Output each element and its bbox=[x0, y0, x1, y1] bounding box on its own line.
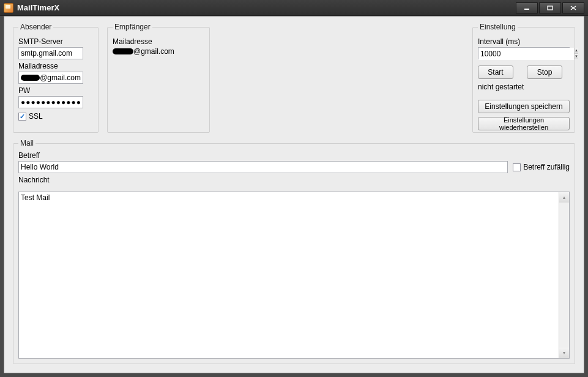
ssl-checkbox-box bbox=[18, 113, 26, 121]
application-window: MailTimerX Absender SMTP-Server Mailadre… bbox=[0, 0, 588, 377]
close-button[interactable] bbox=[562, 2, 584, 13]
titlebar[interactable]: MailTimerX bbox=[0, 0, 588, 16]
random-subject-checkbox-box bbox=[513, 163, 521, 171]
recipient-mail-value: @gmail.com bbox=[113, 47, 204, 56]
password-label: PW bbox=[18, 86, 93, 95]
svg-rect-1 bbox=[548, 6, 553, 10]
group-empfaenger: Empfänger Mailadresse @gmail.com bbox=[107, 23, 210, 133]
sender-mail-redacted bbox=[21, 75, 40, 81]
interval-numeric[interactable]: ▲ ▼ bbox=[478, 47, 570, 59]
password-input[interactable] bbox=[18, 96, 83, 108]
group-empfaenger-legend: Empfänger bbox=[113, 23, 152, 31]
message-textarea[interactable] bbox=[19, 192, 559, 358]
maximize-button[interactable] bbox=[539, 2, 561, 13]
minimize-icon bbox=[524, 6, 530, 10]
ssl-checkbox[interactable]: SSL bbox=[18, 112, 93, 121]
smtp-server-input[interactable] bbox=[18, 47, 83, 59]
stop-button[interactable]: Stop bbox=[527, 65, 562, 79]
save-settings-button[interactable]: Einstellungen speichern bbox=[478, 100, 570, 113]
ssl-checkbox-label: SSL bbox=[29, 112, 43, 121]
smtp-server-label: SMTP-Server bbox=[18, 37, 93, 46]
recipient-mail-redacted bbox=[113, 48, 133, 54]
scroll-down-icon[interactable]: ▾ bbox=[559, 348, 569, 358]
spinner-up-icon[interactable]: ▲ bbox=[575, 48, 578, 54]
app-icon bbox=[4, 3, 13, 13]
window-title: MailTimerX bbox=[17, 3, 59, 12]
subject-input[interactable] bbox=[18, 161, 508, 173]
interval-input[interactable] bbox=[478, 48, 574, 60]
interval-spinner[interactable]: ▲ ▼ bbox=[574, 48, 578, 59]
recipient-mail-label: Mailadresse bbox=[113, 37, 204, 46]
message-textbox[interactable]: ▴ ▾ bbox=[18, 192, 570, 359]
maximize-icon bbox=[547, 6, 553, 10]
scroll-up-icon[interactable]: ▴ bbox=[559, 192, 569, 203]
random-subject-label: Betreff zufällig bbox=[523, 163, 570, 171]
recipient-mail-suffix: @gmail.com bbox=[133, 47, 174, 56]
minimize-button[interactable] bbox=[516, 2, 538, 13]
group-mail-legend: Mail bbox=[18, 139, 35, 147]
group-mail: Mail Betreff Betreff zufällig Nachricht … bbox=[13, 139, 575, 364]
sender-mail-input[interactable]: @gmail.com bbox=[18, 72, 83, 84]
status-text: nicht gestartet bbox=[478, 83, 570, 91]
message-label: Nachricht bbox=[18, 176, 570, 184]
sender-mail-suffix: @gmail.com bbox=[40, 73, 81, 82]
message-scrollbar[interactable]: ▴ ▾ bbox=[559, 192, 569, 358]
group-absender: Absender SMTP-Server Mailadresse @gmail.… bbox=[13, 23, 99, 133]
group-einstellung: Einstellung Intervall (ms) ▲ ▼ Start Sto… bbox=[472, 23, 575, 133]
group-absender-legend: Absender bbox=[18, 23, 53, 31]
sender-mail-label: Mailadresse bbox=[18, 62, 93, 70]
start-button[interactable]: Start bbox=[478, 65, 513, 79]
close-icon bbox=[570, 6, 576, 10]
restore-settings-button[interactable]: Einstellungen wiederherstellen bbox=[478, 117, 570, 130]
client-area: Absender SMTP-Server Mailadresse @gmail.… bbox=[4, 16, 584, 373]
spinner-down-icon[interactable]: ▼ bbox=[575, 54, 578, 59]
svg-rect-0 bbox=[524, 9, 529, 10]
random-subject-checkbox[interactable]: Betreff zufällig bbox=[513, 163, 570, 171]
group-einstellung-legend: Einstellung bbox=[478, 23, 518, 31]
interval-label: Intervall (ms) bbox=[478, 37, 570, 46]
subject-label: Betreff bbox=[18, 151, 570, 160]
